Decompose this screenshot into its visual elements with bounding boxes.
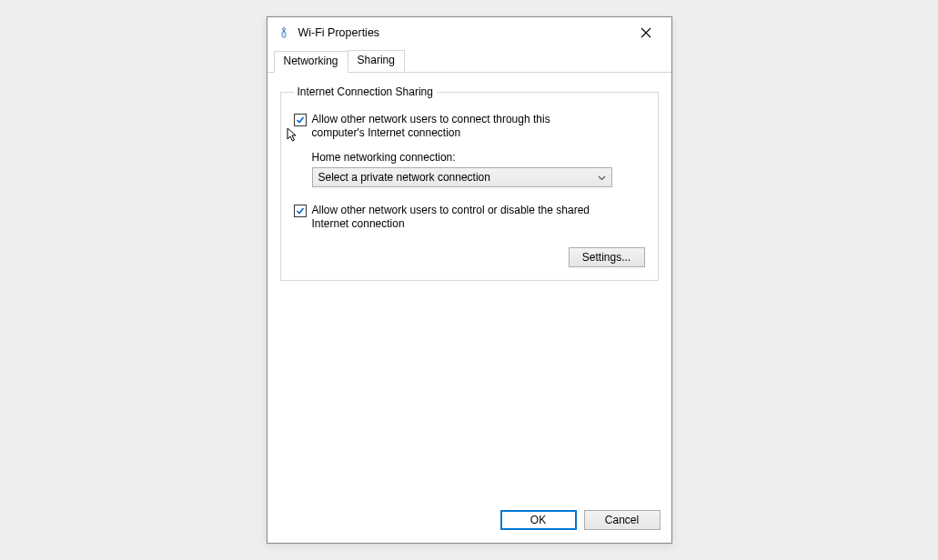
- tab-networking[interactable]: Networking: [274, 51, 348, 73]
- combobox-home-connection[interactable]: Select a private network connection: [312, 167, 612, 187]
- label-home-connection: Home networking connection:: [312, 151, 645, 164]
- ics-groupbox: Internet Connection Sharing Allow other …: [280, 85, 659, 281]
- label-allow-connect: Allow other network users to connect thr…: [312, 113, 603, 140]
- cursor-icon: [287, 127, 299, 144]
- ics-legend: Internet Connection Sharing: [294, 85, 437, 98]
- chevron-down-icon: [598, 171, 606, 184]
- tab-strip: Networking Sharing: [267, 50, 671, 73]
- settings-button[interactable]: Settings...: [569, 247, 645, 267]
- close-icon: [640, 27, 651, 38]
- checkbox-allow-control[interactable]: [294, 205, 307, 217]
- tab-sharing[interactable]: Sharing: [348, 50, 405, 72]
- titlebar: Wi-Fi Properties: [267, 17, 671, 48]
- dialog-footer: OK Cancel: [267, 501, 671, 543]
- checkmark-icon: [296, 115, 305, 125]
- label-allow-control: Allow other network users to control or …: [312, 204, 603, 231]
- close-button[interactable]: [628, 20, 664, 45]
- svg-rect-0: [282, 32, 286, 37]
- checkbox-allow-connect[interactable]: [294, 114, 307, 126]
- wifi-properties-dialog: Wi-Fi Properties Networking Sharing Inte…: [267, 16, 672, 544]
- checkmark-icon: [296, 206, 305, 215]
- cancel-button[interactable]: Cancel: [584, 510, 661, 530]
- window-title: Wi-Fi Properties: [298, 26, 628, 39]
- svg-point-2: [282, 28, 285, 31]
- combobox-selected-text: Select a private network connection: [318, 171, 490, 184]
- wifi-adapter-icon: [277, 25, 291, 40]
- ok-button[interactable]: OK: [500, 510, 577, 530]
- tab-panel-sharing: Internet Connection Sharing Allow other …: [267, 73, 671, 501]
